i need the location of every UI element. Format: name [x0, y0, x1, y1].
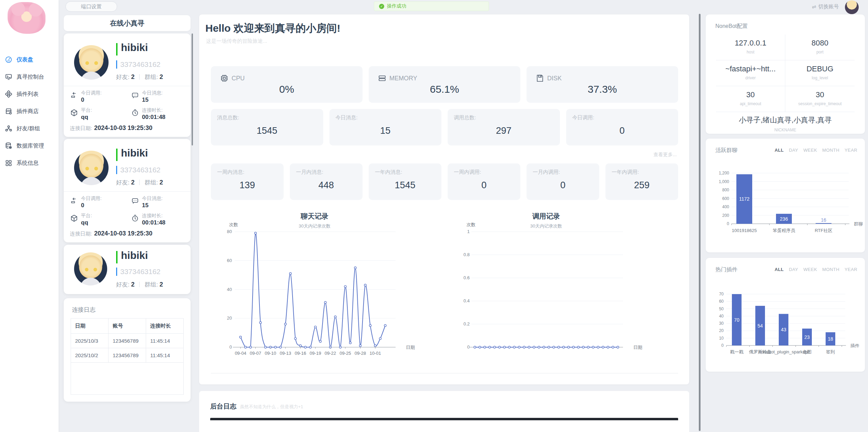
tab-all[interactable]: ALL — [775, 148, 784, 153]
view-more-link[interactable]: 查看更多... — [653, 152, 677, 158]
svg-text:800: 800 — [722, 188, 729, 192]
svg-text:日期: 日期 — [406, 345, 415, 350]
connect-date: 连接日期:2024-10-03 19:25:30 — [70, 124, 152, 132]
sidebar-item-plugin-list[interactable]: 插件列表 — [0, 86, 59, 103]
tab-month[interactable]: MONTH — [822, 148, 839, 153]
svg-text:30天内记录次数: 30天内记录次数 — [530, 223, 562, 229]
card-divider — [64, 86, 191, 86]
svg-text:09-25: 09-25 — [340, 351, 351, 356]
tab-week[interactable]: WEEK — [803, 267, 817, 272]
svg-text:400: 400 — [722, 204, 729, 209]
svg-text:200: 200 — [722, 213, 729, 218]
user-avatar[interactable] — [845, 0, 859, 14]
svg-text:0.2: 0.2 — [463, 321, 470, 326]
nonebot-config-panel: NoneBot配置 127.0.0.1host 8080port ~fastap… — [706, 14, 865, 134]
sidebar-item-database[interactable]: 数据库管理 — [0, 137, 59, 154]
svg-text:RTF社区: RTF社区 — [815, 228, 832, 233]
sidebar-item-friends-groups[interactable]: 好友/群组 — [0, 120, 59, 137]
call-record-line-chart: 调用记录30天内记录次数次数00.20.40.60.81日期 — [456, 204, 694, 367]
svg-text:10: 10 — [719, 336, 724, 341]
svg-text:50: 50 — [719, 307, 724, 311]
memory-icon — [378, 74, 387, 83]
sidebar-item-plugin-store[interactable]: 插件商店 — [0, 103, 59, 120]
sidebar-item-system-info[interactable]: 系统信息 — [0, 154, 59, 172]
config-api-timeout: 30api_timeout — [716, 86, 785, 112]
id-accent-bar — [116, 268, 117, 276]
toast-message: 操作成功 — [387, 3, 406, 9]
range-tabs: ALL DAY WEEK MONTH YEAR — [775, 267, 857, 272]
range-tabs: ALL DAY WEEK MONTH YEAR — [775, 148, 857, 153]
bot-card[interactable]: hibiki 3373463162 好友: 2群组: 2 — [64, 245, 191, 294]
page-scrollbar[interactable] — [699, 14, 701, 431]
tab-month[interactable]: MONTH — [822, 267, 839, 272]
console-icon — [5, 73, 12, 81]
name-accent-bar — [116, 149, 118, 161]
bot-card[interactable]: hibiki 3373463162 好友: 2群组: 2 今日调用:0 今日消息… — [64, 33, 191, 137]
sidebar-item-label: 插件列表 — [17, 91, 39, 98]
friends-groups-count: 好友: 2群组: 2 — [116, 73, 163, 81]
svg-text:0: 0 — [229, 344, 232, 350]
card-divider — [64, 191, 191, 192]
svg-text:09-16: 09-16 — [295, 351, 306, 356]
switch-account-button[interactable]: ⇌ 切换账号 — [812, 3, 839, 10]
svg-text:次数: 次数 — [229, 222, 238, 227]
svg-text:1,200: 1,200 — [719, 171, 729, 175]
tab-year[interactable]: YEAR — [845, 267, 857, 272]
totals-row: 消息总数:1545 今日消息:15 调用总数:297 今日调用:0 — [211, 109, 678, 145]
stat-card-total-calls: 调用总数:297 — [448, 109, 560, 145]
stat-platform: 平台:qq — [70, 107, 92, 121]
tab-year[interactable]: YEAR — [845, 148, 857, 153]
stat-platform: 平台:qq — [70, 213, 92, 226]
svg-text:09-28: 09-28 — [355, 351, 366, 356]
system-info-icon — [5, 159, 12, 167]
stopwatch-icon — [131, 109, 139, 117]
app-logo — [8, 2, 45, 34]
tab-day[interactable]: DAY — [789, 148, 798, 153]
stat-connect-duration: 连接时长:00:01:48 — [131, 213, 165, 226]
config-host: 127.0.0.1host — [716, 34, 785, 60]
port-settings-button[interactable]: 端口设置 — [65, 1, 117, 12]
svg-text:16: 16 — [821, 217, 826, 223]
svg-text:群聊: 群聊 — [854, 221, 863, 227]
cpu-card: CPU 0% — [211, 66, 362, 103]
memory-card: MEMORY 65.1% — [369, 66, 520, 103]
tab-week[interactable]: WEEK — [803, 148, 817, 153]
connect-date: 连接日期:2024-10-03 19:25:30 — [70, 230, 152, 237]
svg-text:60: 60 — [227, 258, 232, 263]
svg-text:调用记录: 调用记录 — [532, 212, 560, 220]
sidebar-item-console[interactable]: 真寻控制台 — [0, 68, 59, 86]
tab-day[interactable]: DAY — [789, 267, 798, 272]
plugin-store-icon — [5, 108, 12, 115]
config-panel-title: NoneBot配置 — [715, 23, 748, 30]
disk-icon — [535, 74, 544, 83]
table-row: 2025/10/2 123456789 11:45:14 — [71, 348, 183, 363]
stat-connect-duration: 连接时长:00:01:48 — [131, 107, 165, 121]
bot-list-scrollbar[interactable] — [192, 33, 193, 145]
bot-card[interactable]: hibiki 3373463162 好友: 2群组: 2 今日调用:0 今日消息… — [64, 139, 191, 242]
log-terminal-top — [210, 418, 678, 420]
svg-text:1: 1 — [467, 229, 470, 234]
svg-text:40: 40 — [227, 287, 232, 292]
hot-plugins-title: 热门插件 — [715, 266, 737, 273]
memory-label: MEMORY — [389, 75, 417, 82]
backend-log-title: 后台日志 — [210, 402, 236, 411]
svg-text:43: 43 — [781, 327, 786, 332]
config-log-level: DEBUGlog_level — [785, 60, 855, 86]
stat-today-calls: 今日调用:0 — [70, 195, 102, 209]
plugin-list-icon — [5, 90, 12, 98]
active-groups-title: 活跃群聊 — [715, 147, 737, 154]
active-groups-panel: 活跃群聊 ALL DAY WEEK MONTH YEAR 02004006008… — [706, 139, 865, 252]
sidebar-item-dashboard[interactable]: 仪表盘 — [0, 51, 59, 68]
svg-text:20: 20 — [719, 328, 724, 333]
tab-all[interactable]: ALL — [775, 267, 784, 272]
sidebar-item-label: 好友/群组 — [17, 125, 40, 132]
svg-text:1,000: 1,000 — [719, 179, 729, 184]
svg-text:40: 40 — [719, 314, 724, 319]
disk-label: DISK — [547, 75, 562, 82]
stat-today-messages: 今日消息:15 — [131, 90, 163, 103]
app-root: 仪表盘 真寻控制台 插件列表 插件商店 好友/群组 — [0, 0, 868, 432]
svg-text:60: 60 — [719, 299, 724, 304]
svg-text:70: 70 — [719, 292, 724, 297]
panel-divider — [211, 373, 678, 373]
sidebar: 仪表盘 真寻控制台 插件列表 插件商店 好友/群组 — [0, 0, 59, 432]
